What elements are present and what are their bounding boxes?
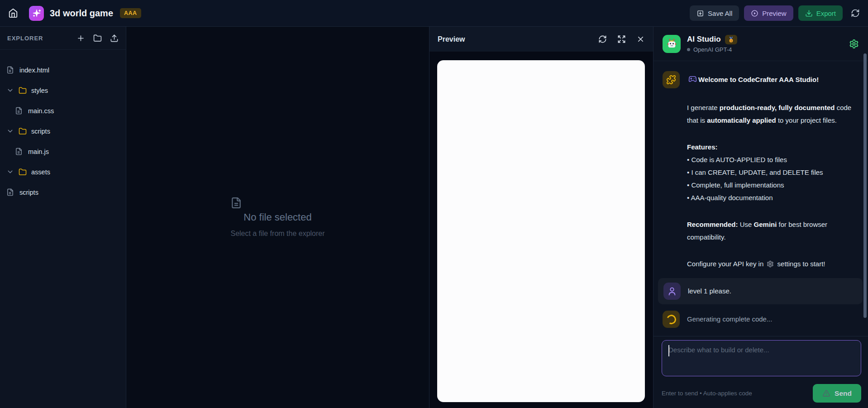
tree-item-label: scripts [19,189,38,196]
close-icon[interactable] [636,35,645,43]
refresh-icon[interactable] [851,9,860,18]
explorer-header: EXPLORER [0,27,126,50]
chat-input-area: Enter to send • Auto-applies code Send [653,336,868,408]
tree-row[interactable]: index.html [0,60,126,80]
tree-row[interactable]: assets [0,162,126,182]
save-all-button[interactable]: Save All [690,5,739,21]
file-icon [6,66,14,74]
warning-triangle-icon [822,389,830,398]
tree-row[interactable]: styles [0,80,126,101]
tree-row[interactable]: main.js [0,141,126,162]
file-tree: index.html styles main.css scripts main. [0,50,126,202]
preview-body [429,52,653,408]
new-folder-icon[interactable] [93,34,102,43]
file-icon [230,197,242,209]
tree-item-label: assets [31,168,50,176]
chevron-down-icon [6,168,14,176]
play-circle-icon [751,10,758,17]
chat-header: AI Studio 1 OpenAI GPT-4 [653,27,868,61]
chat-message: Welcome to CodeCrafter AAA Studio!I gene… [663,71,859,272]
file-icon [15,148,23,155]
tree-row[interactable]: main.css [0,101,126,121]
tree-item-label: main.js [28,148,49,155]
spinner-icon [663,311,680,328]
editor-area: No file selected Select a file from the … [126,27,429,408]
text-cursor [668,345,669,356]
tree-item-label: scripts [31,128,50,135]
input-hint: Enter to send • Auto-applies code [662,390,752,397]
save-icon [696,10,704,17]
empty-state-title: No file selected [243,211,311,223]
puzzle-icon [663,71,680,88]
folder-icon [19,127,27,135]
status-dot [687,48,690,51]
chevron-down-icon [6,86,14,94]
home-icon[interactable] [8,8,18,18]
chat-message: level 1 please. [658,278,863,304]
preview-header: Preview [429,27,653,52]
explorer-title: EXPLORER [7,35,76,42]
gamepad-icon [688,75,697,87]
chat-scrollbar-thumb[interactable] [863,53,867,318]
send-button[interactable]: Send [813,384,861,403]
app-logo-sparkles-icon [29,6,44,21]
tier-badge: AAA [120,8,141,18]
preview-button[interactable]: Preview [744,5,793,21]
preview-frame [437,60,645,402]
message-body: Welcome to CodeCrafter AAA Studio!I gene… [687,71,859,272]
file-icon [15,107,23,115]
medal-icon: 1 [725,35,737,44]
tree-row[interactable]: scripts [0,182,126,202]
empty-state-subtitle: Select a file from the explorer [230,230,324,238]
message-body: level 1 please. [688,283,731,300]
export-button[interactable]: Export [798,5,843,21]
refresh-preview-icon[interactable] [598,35,607,43]
project-title: 3d world game [50,8,113,19]
topbar: 3d world game AAA Save All Preview Expor… [0,0,868,27]
gear-icon [767,259,774,272]
preview-panel-title: Preview [438,35,598,43]
tree-item-label: index.html [19,67,49,74]
user-icon [663,283,681,300]
upload-icon[interactable] [110,34,119,43]
explorer-sidebar: EXPLORER index.html [0,27,126,408]
tree-item-label: main.css [28,107,54,115]
ai-chat-panel: AI Studio 1 OpenAI GPT-4 [653,27,868,408]
tree-row[interactable]: scripts [0,121,126,141]
preview-panel: Preview [429,27,653,408]
chat-input[interactable] [662,340,861,376]
chat-messages: Welcome to CodeCrafter AAA Studio!I gene… [653,61,868,336]
new-file-icon[interactable] [76,34,85,43]
chat-model-label: OpenAI GPT-4 [693,46,732,53]
svg-text:1: 1 [730,39,732,42]
chat-title: AI Studio [687,35,721,44]
settings-gear-icon[interactable] [849,39,859,49]
chat-message: Generating complete code... [663,311,859,328]
message-body: Generating complete code... [687,311,772,328]
tree-item-label: styles [31,87,48,94]
folder-icon [19,168,27,176]
folder-icon [19,86,27,95]
topbar-actions: Save All Preview Export [690,5,860,21]
robot-avatar-icon [663,35,681,53]
file-icon [6,188,14,196]
maximize-icon[interactable] [617,35,626,43]
download-icon [805,10,813,17]
empty-state: No file selected Select a file from the … [230,197,324,238]
chevron-down-icon [6,127,14,135]
